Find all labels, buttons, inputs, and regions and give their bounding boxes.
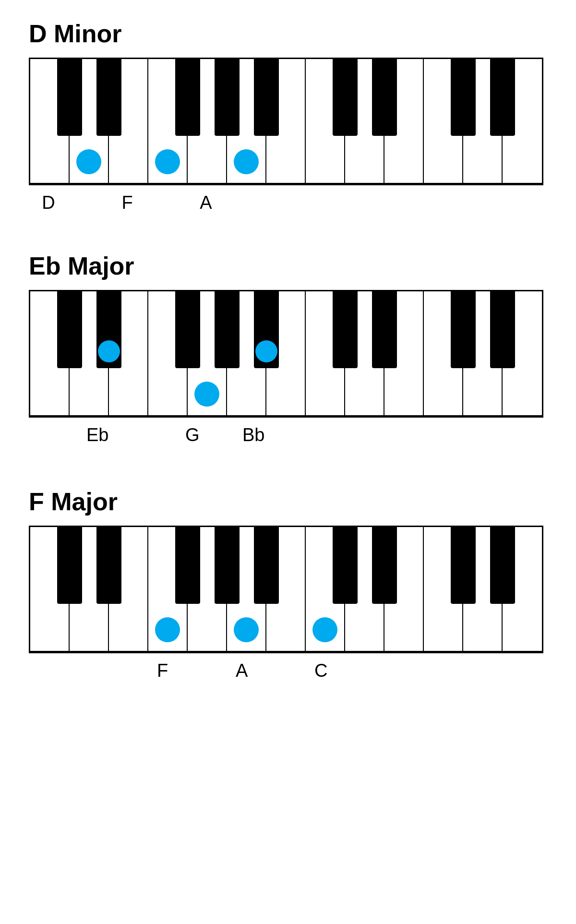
chord-section-f-major: F Major [29,487,547,684]
chord-title-f-major: F Major [29,487,547,516]
note-label-f: F [108,192,147,213]
chord-title-eb-major: Eb Major [29,252,547,280]
note-label-a2: A [236,660,248,681]
note-label-eb: Eb [86,425,108,445]
note-label-c: C [314,660,327,681]
note-label-d: D [29,192,68,213]
note-label-f2: F [157,660,168,681]
note-label-g: G [185,425,200,445]
note-label-bb: Bb [242,425,264,445]
chord-section-d-minor: D Minor [29,19,547,213]
chord-title-d-minor: D Minor [29,19,547,48]
chord-section-eb-major: Eb Major [29,252,547,449]
note-label-a: A [186,192,226,213]
